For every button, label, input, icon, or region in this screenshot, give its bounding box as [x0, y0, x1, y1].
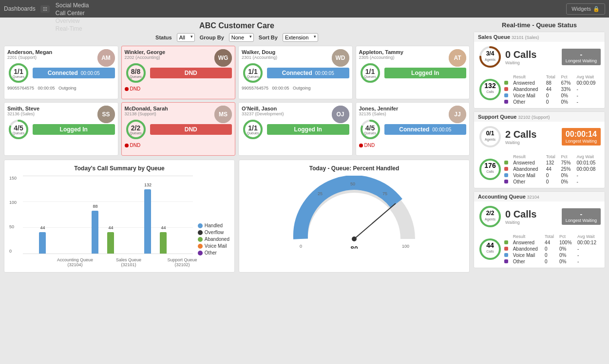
- agent-card: Smith, Steve 32136 (Sales) SS 4/5 Queues…: [4, 102, 118, 156]
- nav-tab-social-media[interactable]: Social Media: [50, 1, 95, 9]
- x-label: Sales Queue (32101): [109, 257, 148, 267]
- agent-card: Winkler, George 2202 (Accounting) WG 8/8…: [121, 46, 236, 99]
- agent-status-row: 2/2 Queues DND: [125, 118, 232, 141]
- agent-status-pill: Logged In: [384, 68, 467, 78]
- status-select[interactable]: All: [177, 33, 195, 42]
- x-label: Support Queue (32102): [163, 257, 202, 267]
- calls-waiting: 2 Calls: [505, 129, 559, 140]
- dnd-dot: [359, 144, 363, 147]
- agent-card: Appleton, Tammy 2305 (Accounting) AT 1/1…: [356, 46, 470, 99]
- ring-label: 1/1 Queues: [13, 68, 25, 78]
- longest-waiting: - Longest Waiting: [562, 49, 601, 65]
- page-title: ABC Customer Care: [4, 21, 470, 30]
- legend-dot: [198, 230, 203, 235]
- gauge-svg: 0 25 50 75 100 80: [291, 176, 418, 249]
- queue-header: Sales Queue 32101 (Sales): [474, 32, 605, 42]
- svg-text:0: 0: [300, 244, 302, 249]
- agent-queue-ring: 2/2 Queues: [125, 118, 147, 141]
- stats-table: ResultTotalPctAvg Wait Answered 132 75% …: [502, 154, 601, 185]
- bar: 88: [92, 211, 98, 254]
- stats-table: ResultTotalPctAvg Wait Answered 44 100% …: [502, 234, 601, 265]
- svg-text:Calls: Calls: [486, 250, 494, 253]
- calls-waiting: 0 Calls: [505, 209, 559, 220]
- queue-totals-row: 44 Calls ResultTotalPctAvg Wait Answered…: [474, 232, 605, 268]
- queue-section: Support Queue 32102 (Support) 0/1 Agents…: [474, 111, 605, 188]
- svg-text:132: 132: [484, 82, 496, 90]
- agent-status-row: 8/8 Queues DND: [125, 62, 232, 84]
- agent-card: Walker, Doug 2301 (Accounting) WD 1/1 Qu…: [238, 46, 353, 99]
- agent-card: Jones, Jennifer 32135 (Sales) JJ 4/5 Que…: [356, 102, 470, 156]
- agent-status-row: 1/1 Queues Logged In: [242, 118, 349, 141]
- chart-title: Today's Call Summary by Queue: [9, 165, 229, 172]
- queue-totals-row: 176 Calls ResultTotalPctAvg Wait Answere…: [474, 152, 605, 188]
- sort-by-select-wrapper[interactable]: Extension: [283, 33, 318, 42]
- queue-agent-ring: 0/1 Agents: [478, 125, 502, 149]
- svg-text:44: 44: [486, 241, 494, 249]
- queue-totals-row: 132 Calls ResultTotalPctAvg Wait Answere…: [474, 72, 605, 108]
- agent-status-row: 1/1 Queues Logged In: [359, 62, 467, 84]
- top-navigation: Dashboards ☷ DashboardSalesSocial MediaC…: [0, 0, 609, 18]
- bar-group: 13244: [144, 189, 182, 254]
- agent-status-pill: Connected00:00:05: [33, 68, 115, 78]
- brand-label: Dashboards: [4, 5, 36, 12]
- status-select-wrapper[interactable]: All: [177, 33, 195, 42]
- svg-text:75: 75: [382, 191, 387, 196]
- bar-group: 8844: [92, 211, 130, 254]
- bar-group: 44: [39, 232, 77, 254]
- queue-header: Support Queue 32102 (Support): [474, 112, 605, 122]
- brand-icon: ☷: [40, 5, 50, 13]
- legend-item: Other: [198, 250, 229, 255]
- sort-by-label: Sort By: [259, 35, 278, 40]
- agent-photo: MS: [214, 106, 232, 123]
- svg-text:2/2: 2/2: [486, 210, 495, 217]
- legend-item: Abandoned: [198, 237, 229, 242]
- group-by-select[interactable]: None: [229, 33, 254, 42]
- agent-status-pill: Logged In: [267, 124, 349, 135]
- dnd-indicator: DND: [359, 143, 467, 148]
- waiting-label: Waiting: [505, 60, 559, 65]
- dnd-indicator: DND: [125, 86, 232, 91]
- agent-queue-ring: 1/1 Queues: [359, 62, 381, 84]
- agent-status-pill: Logged In: [33, 124, 115, 135]
- legend-item: Handled: [198, 223, 229, 228]
- gauge-container: 0 25 50 75 100 80: [244, 176, 464, 249]
- bar: 44: [107, 232, 114, 254]
- nav-tab-call-center[interactable]: Call Center: [50, 9, 95, 17]
- ring-label: 1/1 Queues: [247, 68, 259, 78]
- agent-card: Anderson, Megan 2201 (Support) AM 1/1 Qu…: [4, 46, 118, 99]
- agent-photo: AM: [97, 49, 115, 67]
- sort-by-select[interactable]: Extension: [283, 33, 318, 42]
- dnd-dot: [125, 87, 129, 91]
- agent-card: O'Neill, Jason 33237 (Development) OJ 1/…: [238, 102, 353, 156]
- status-label: Status: [155, 35, 172, 40]
- svg-text:Calls: Calls: [486, 90, 494, 93]
- ring-label: 2/2 Queues: [130, 125, 142, 135]
- calls-ring: 132 Calls: [478, 77, 502, 102]
- agent-call-info: 99055764575 00:00:05 Outgoing: [7, 86, 115, 91]
- ring-label: 1/1 Queues: [247, 125, 259, 135]
- right-panel: Real-time - Queue Status Sales Queue 321…: [474, 21, 605, 273]
- agent-card: McDonald, Sarah 32138 (Support) MS 2/2 Q…: [121, 102, 236, 156]
- agent-photo: JJ: [449, 106, 466, 123]
- agent-status-row: 1/1 Queues Connected00:00:05: [7, 62, 115, 84]
- agent-status-pill: DND: [150, 68, 232, 78]
- queue-section: Accounting Queue 32104 2/2 Agents 0 Call…: [474, 191, 605, 268]
- group-by-label: Group By: [200, 35, 224, 40]
- svg-text:50: 50: [350, 182, 355, 186]
- svg-text:176: 176: [484, 162, 496, 169]
- agent-status-row: 1/1 Queues Connected00:00:05: [242, 62, 349, 84]
- widgets-button[interactable]: Widgets 🔒: [566, 3, 605, 15]
- lock-icon: 🔒: [593, 6, 600, 12]
- svg-point-22: [352, 237, 357, 241]
- agent-call-info: 99055764575 00:00:05 Outgoing: [242, 86, 349, 91]
- agent-status-pill: Connected00:00:05: [384, 124, 467, 135]
- svg-text:Agents: Agents: [485, 58, 495, 62]
- legend-dot: [198, 244, 203, 249]
- agent-queue-ring: 4/5 Queues: [7, 118, 30, 141]
- group-by-select-wrapper[interactable]: None: [229, 33, 254, 42]
- y-axis: 150 100 50 0: [9, 176, 17, 254]
- bottom-panels: Today's Call Summary by Queue 150 100 50…: [4, 160, 470, 273]
- agent-queue-ring: 4/5 Queues: [359, 118, 381, 141]
- agent-queue-ring: 1/1 Queues: [242, 62, 264, 84]
- widgets-label: Widgets: [571, 6, 591, 12]
